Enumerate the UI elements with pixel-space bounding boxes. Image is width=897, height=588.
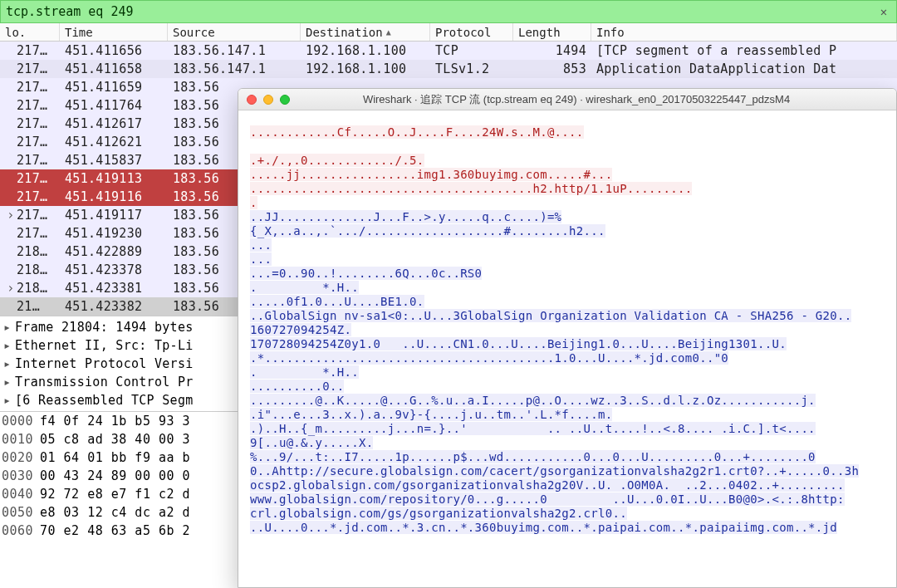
- stream-line: .*......................................…: [250, 351, 890, 365]
- hex-offset: 0030: [2, 467, 40, 485]
- cell-no: 217…: [0, 171, 60, 186]
- cell-time: 451.419113: [60, 171, 168, 186]
- stream-line: ..........0..: [250, 380, 890, 394]
- cell-time: 451.411659: [60, 80, 168, 95]
- window-controls: [238, 95, 298, 105]
- cell-no: 217…: [0, 61, 60, 76]
- cell-source: 183.56.147.1: [168, 61, 301, 76]
- window-title: Wireshark · 追踪 TCP 流 (tcp.stream eq 249)…: [298, 92, 896, 107]
- cell-length: 1494: [513, 43, 591, 58]
- stream-line: 160727094254Z.: [250, 323, 890, 337]
- stream-line: .i"...e...3..x.).a..9v}-{....j.u..tm..'.…: [250, 408, 890, 422]
- cell-no: 217…: [0, 98, 60, 113]
- stream-line: ............Cf.....O..J....F....24W.s..M…: [250, 125, 890, 140]
- stream-line: .........@..K.....@...G..%.u..a.I.....p@…: [250, 394, 890, 408]
- stream-line: 9[..u@.&.y.....X.: [250, 436, 890, 450]
- cell-destination: 192.168.1.100: [301, 43, 430, 58]
- sort-indicator-icon: ▲: [386, 27, 391, 37]
- close-icon[interactable]: [247, 95, 257, 105]
- cell-no: 217…: [0, 80, 60, 95]
- display-filter-bar: ✕: [0, 0, 897, 23]
- cell-source: 183.56.147.1: [168, 43, 301, 58]
- column-no[interactable]: lo.: [0, 23, 60, 41]
- minimize-icon[interactable]: [263, 95, 273, 105]
- stream-line: ...=0..90..!........6Q...0c..RS0: [250, 267, 890, 281]
- stream-line: .: [250, 196, 890, 210]
- cell-length: 853: [513, 61, 591, 76]
- cell-time: 451.411764: [60, 98, 168, 113]
- hex-offset: 0020: [2, 448, 40, 467]
- stream-line: ..U....0...*.jd.com..*.3.cn..*.360buyimg…: [250, 521, 890, 535]
- cell-no: ›218…: [0, 281, 60, 296]
- cell-no: 218…: [0, 262, 60, 277]
- cell-time: 451.419116: [60, 189, 168, 204]
- cell-time: 451.419117: [60, 208, 168, 223]
- stream-line: ..GlobalSign nv-sa1<0:..U...3GlobalSign …: [250, 309, 890, 323]
- hex-offset: 0060: [2, 522, 40, 540]
- cell-time: 451.412621: [60, 135, 168, 149]
- display-filter-input[interactable]: [6, 4, 876, 19]
- cell-time: 451.422889: [60, 244, 168, 259]
- cell-no: ›217…: [0, 208, 60, 223]
- cell-no: 21…: [0, 299, 60, 314]
- stream-line: ocsp2.globalsign.com/gsorganizationvalsh…: [250, 478, 890, 492]
- stream-line: .......................................h…: [250, 182, 890, 196]
- chevron-right-icon[interactable]: ▸: [3, 336, 15, 355]
- cell-no: 217…: [0, 43, 60, 58]
- cell-no: 217…: [0, 189, 60, 204]
- cell-time: 451.423381: [60, 281, 168, 296]
- cell-time: 451.411658: [60, 61, 168, 76]
- chevron-right-icon[interactable]: ▸: [3, 373, 15, 391]
- window-titlebar[interactable]: Wireshark · 追踪 TCP 流 (tcp.stream eq 249)…: [238, 89, 896, 110]
- cell-time: 451.423382: [60, 299, 168, 314]
- hex-offset: 0000: [2, 412, 40, 430]
- column-length[interactable]: Length: [513, 23, 591, 41]
- chevron-right-icon[interactable]: ▸: [3, 318, 15, 336]
- column-protocol[interactable]: Protocol: [430, 23, 513, 41]
- stream-line: . *.H..: [250, 365, 890, 380]
- column-info[interactable]: Info: [591, 23, 897, 41]
- stream-line: .....jj................img1.360buyimg.co…: [250, 168, 890, 182]
- stream-line: ...: [250, 252, 890, 267]
- stream-line: .+./.,.0............/.5.: [250, 154, 890, 168]
- chevron-right-icon[interactable]: ▸: [3, 391, 15, 409]
- cell-info: [TCP segment of a reassembled P: [591, 43, 897, 58]
- cell-no: 218…: [0, 244, 60, 259]
- stream-line: %...9/...t:..I7.....1p......p$...wd.....…: [250, 450, 890, 464]
- hex-offset: 0010: [2, 430, 40, 448]
- cell-protocol: TCP: [430, 43, 513, 58]
- stream-line: ..JJ.............J...F..>.y.....q..c....…: [250, 210, 890, 224]
- zoom-icon[interactable]: [280, 95, 290, 105]
- cell-time: 451.423378: [60, 262, 168, 277]
- column-time[interactable]: Time: [60, 23, 168, 41]
- filter-clear-icon[interactable]: ✕: [876, 4, 891, 19]
- table-row[interactable]: 217…451.411658183.56.147.1192.168.1.100T…: [0, 60, 897, 78]
- cell-time: 451.415837: [60, 153, 168, 168]
- table-row[interactable]: 217…451.411656183.56.147.1192.168.1.100T…: [0, 42, 897, 60]
- stream-content[interactable]: ............Cf.....O..J....F....24W.s..M…: [238, 110, 896, 587]
- cell-time: 451.412617: [60, 116, 168, 131]
- cell-info: Application DataApplication Dat: [591, 61, 897, 76]
- column-destination[interactable]: Destination▲: [301, 23, 430, 41]
- stream-line: .....0f1.0...U....BE1.0.: [250, 295, 890, 309]
- stream-line: www.globalsign.com/repository/0...g.....…: [250, 492, 890, 507]
- hex-offset: 0050: [2, 503, 40, 522]
- stream-line: 170728094254Z0y1.0 ..U....CN1.0...U....B…: [250, 337, 890, 351]
- stream-line: crl.globalsign.com/gs/gsorganizationvals…: [250, 507, 890, 521]
- stream-line: 0..Ahttp://secure.globalsign.com/cacert/…: [250, 464, 890, 478]
- stream-line: . *.H..: [250, 281, 890, 295]
- stream-line: {_X,..a..,.`.../...................#....…: [250, 224, 890, 238]
- stream-line: .)..H..{_m.........j...n=.}..' .. ..U..t…: [250, 422, 890, 436]
- column-source[interactable]: Source: [168, 23, 301, 41]
- follow-tcp-stream-window: Wireshark · 追踪 TCP 流 (tcp.stream eq 249)…: [238, 88, 897, 588]
- cell-protocol: TLSv1.2: [430, 61, 513, 76]
- packet-list-header: lo.TimeSourceDestination▲ProtocolLengthI…: [0, 23, 897, 42]
- hex-offset: 0040: [2, 485, 40, 503]
- cell-time: 451.411656: [60, 43, 168, 58]
- cell-no: 217…: [0, 116, 60, 131]
- cell-no: 217…: [0, 135, 60, 149]
- chevron-right-icon[interactable]: ▸: [3, 355, 15, 373]
- cell-time: 451.419230: [60, 226, 168, 241]
- stream-line: ...: [250, 238, 890, 252]
- cell-destination: 192.168.1.100: [301, 61, 430, 76]
